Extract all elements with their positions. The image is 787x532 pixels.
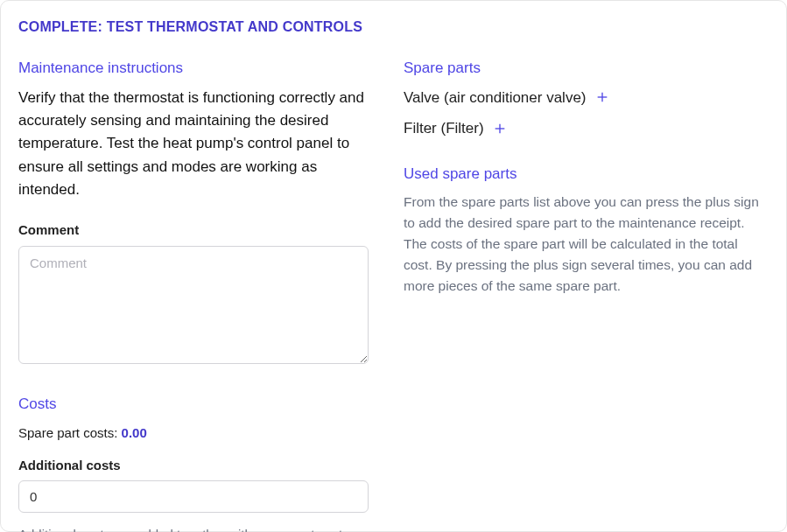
spare-part-row: Filter (Filter) — [404, 117, 769, 140]
additional-costs-input[interactable] — [18, 480, 369, 513]
page-title: COMPLETE: TEST THERMOSTAT AND CONTROLS — [18, 17, 769, 38]
costs-heading: Costs — [18, 393, 369, 416]
plus-icon[interactable] — [594, 88, 611, 106]
maintenance-form-card: COMPLETE: TEST THERMOSTAT AND CONTROLS M… — [0, 0, 787, 532]
columns: Maintenance instructions Verify that the… — [18, 57, 769, 532]
spare-part-label: Valve (air conditioner valve) — [404, 87, 587, 109]
spare-parts-heading: Spare parts — [404, 57, 769, 80]
right-column: Spare parts Valve (air conditioner valve… — [404, 57, 769, 532]
left-column: Maintenance instructions Verify that the… — [18, 57, 369, 532]
instructions-text: Verify that the thermostat is functionin… — [18, 87, 369, 202]
spare-cost-value: 0.00 — [122, 425, 147, 440]
comment-input[interactable] — [18, 246, 369, 364]
spare-part-row: Valve (air conditioner valve) — [404, 87, 769, 109]
additional-costs-help: Additional costs are added together with… — [18, 525, 369, 532]
spare-cost-line: Spare part costs: 0.00 — [18, 424, 369, 444]
spare-parts-list: Valve (air conditioner valve) Filter (Fi… — [404, 87, 769, 140]
used-spare-parts-heading: Used spare parts — [404, 163, 769, 186]
spare-cost-label: Spare part costs: — [18, 425, 122, 440]
instructions-heading: Maintenance instructions — [18, 57, 369, 80]
comment-label: Comment — [18, 220, 369, 241]
plus-icon[interactable] — [491, 120, 509, 137]
used-spare-parts-desc: From the spare parts list above you can … — [404, 192, 769, 297]
additional-costs-label: Additional costs — [18, 456, 369, 476]
costs-section: Costs Spare part costs: 0.00 Additional … — [18, 393, 369, 532]
spare-part-label: Filter (Filter) — [404, 117, 484, 140]
